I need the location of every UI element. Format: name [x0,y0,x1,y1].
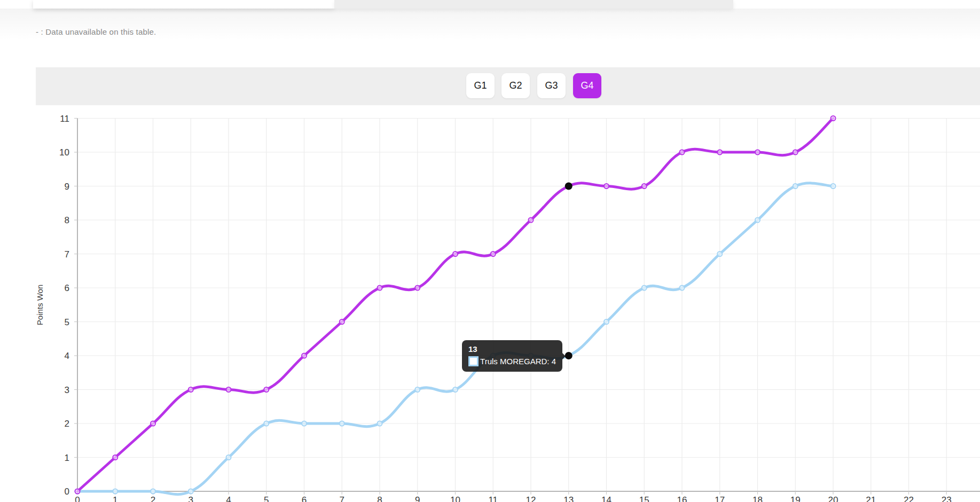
points-won-line-chart[interactable]: 0123456789101101234567891011121314151617… [0,105,980,502]
tooltip-row: Truls MOREGARD: 4 [468,356,556,366]
top-tab-right-stub[interactable] [334,0,733,9]
top-tab-left-stub[interactable] [33,0,334,9]
chart-tooltip: 13 Truls MOREGARD: 4 [462,340,562,372]
svg-text:22: 22 [904,495,914,502]
svg-text:2: 2 [65,419,69,429]
svg-text:4: 4 [226,495,231,502]
tooltip-series-label: Truls MOREGARD: 4 [480,357,556,366]
svg-text:6: 6 [302,495,307,502]
series-swatch-icon [468,356,479,366]
svg-text:18: 18 [752,495,763,502]
svg-text:13: 13 [563,495,574,502]
svg-text:7: 7 [340,495,344,502]
svg-text:2: 2 [151,495,155,502]
svg-text:16: 16 [677,495,687,502]
svg-text:21: 21 [866,495,876,502]
svg-text:6: 6 [65,283,69,293]
svg-text:7: 7 [65,249,69,260]
svg-text:0: 0 [65,487,69,497]
game-button-g2[interactable]: G2 [501,73,530,98]
svg-text:5: 5 [264,495,269,502]
svg-text:8: 8 [65,215,69,225]
svg-text:9: 9 [65,182,69,192]
svg-text:23: 23 [942,495,952,502]
svg-text:12: 12 [526,495,536,502]
svg-text:0: 0 [75,495,80,502]
svg-text:4: 4 [65,351,69,361]
svg-text:8: 8 [377,495,382,502]
game-button-g4[interactable]: G4 [573,73,601,98]
svg-text:3: 3 [65,385,69,395]
svg-text:1: 1 [113,495,117,502]
game-button-g1[interactable]: G1 [466,73,495,98]
svg-text:5: 5 [65,317,69,327]
svg-text:10: 10 [450,495,460,502]
svg-text:15: 15 [639,495,649,502]
svg-text:17: 17 [715,495,725,502]
svg-text:20: 20 [828,495,838,502]
tooltip-title: 13 [468,344,556,354]
game-button-g3[interactable]: G3 [537,73,566,98]
svg-text:1: 1 [65,453,69,463]
svg-text:19: 19 [790,495,801,502]
svg-text:9: 9 [415,495,420,502]
tooltip-caret-icon [562,353,566,359]
svg-text:14: 14 [601,495,611,502]
match-stats-page: - : Data unavailable on this table. G1 G… [0,0,980,502]
svg-text:11: 11 [488,495,498,502]
svg-text:10: 10 [59,147,69,158]
data-unavailable-note: - : Data unavailable on this table. [36,27,156,36]
svg-text:11: 11 [60,114,69,124]
svg-text:3: 3 [189,495,193,502]
svg-text:Points Won: Points Won [35,285,44,325]
